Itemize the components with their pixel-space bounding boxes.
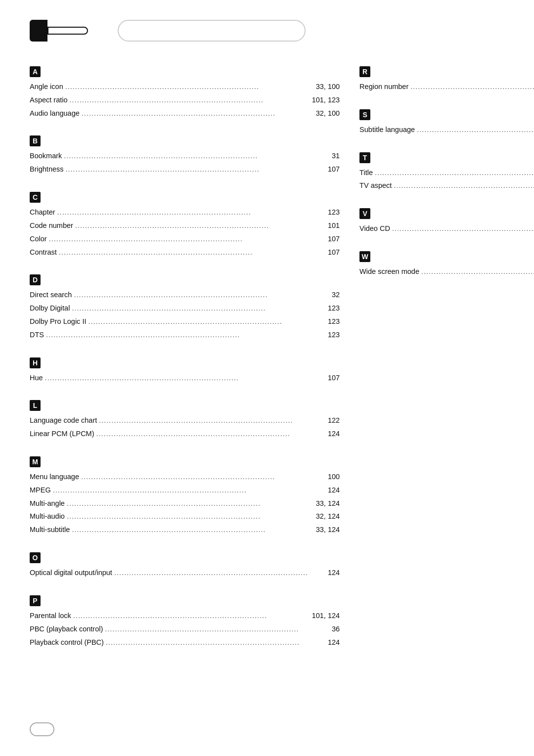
section-letter: M xyxy=(30,456,41,467)
entry-name: Title xyxy=(359,166,373,179)
index-entry: Aspect ratio............................… xyxy=(30,93,340,107)
page-title xyxy=(47,27,88,35)
entry-name: Code number xyxy=(30,219,73,232)
index-entry: Wide screen mode........................… xyxy=(359,265,534,278)
entry-dots: ........................................… xyxy=(66,163,309,176)
index-entry: Audio language..........................… xyxy=(30,107,340,120)
section-a: AAngle icon.............................… xyxy=(30,66,340,120)
section-letter: C xyxy=(30,192,41,203)
section-letter: H xyxy=(30,357,41,368)
index-entry: Parental lock...........................… xyxy=(30,609,340,623)
section-entries: Optical digital output/input............… xyxy=(30,566,340,579)
entry-page: 124 xyxy=(310,484,340,497)
section-letter: S xyxy=(359,109,370,120)
section-letter: O xyxy=(30,552,41,563)
section-h: HHue....................................… xyxy=(30,357,340,385)
entry-dots: ........................................… xyxy=(65,80,308,93)
entry-page: 122 xyxy=(310,414,340,427)
entry-name: Parental lock xyxy=(30,609,71,623)
entry-dots: ........................................… xyxy=(394,179,534,192)
entry-name: Video CD xyxy=(359,222,390,235)
index-entry: Chapter.................................… xyxy=(30,206,340,219)
entry-page: 123 xyxy=(310,315,340,328)
header-right-box xyxy=(118,20,306,42)
index-entry: Title...................................… xyxy=(359,166,534,179)
entry-dots: ........................................… xyxy=(67,497,308,510)
entry-name: Menu language xyxy=(30,470,79,484)
section-w: WWide screen mode.......................… xyxy=(359,251,534,278)
index-entry: Angle icon..............................… xyxy=(30,80,340,93)
entry-dots: ........................................… xyxy=(105,623,308,636)
entry-page: 107 xyxy=(310,232,340,246)
section-entries: Chapter.................................… xyxy=(30,206,340,259)
section-letter: P xyxy=(30,595,41,606)
entry-name: Hue xyxy=(30,371,43,385)
index-entry: DTS.....................................… xyxy=(30,328,340,342)
entry-name: Direct search xyxy=(30,288,72,302)
index-entry: Region number...........................… xyxy=(359,80,534,93)
entry-dots: ........................................… xyxy=(106,636,308,649)
index-entry: Brightness..............................… xyxy=(30,163,340,176)
index-entry: Dolby Digital...........................… xyxy=(30,302,340,315)
index-entry: Bookmark................................… xyxy=(30,149,340,163)
section-m: MMenu language..........................… xyxy=(30,456,340,536)
entry-page: 124 xyxy=(310,566,340,579)
entry-page: 33, 100 xyxy=(310,80,340,93)
entry-dots: ........................................… xyxy=(53,484,308,497)
entry-name: Aspect ratio xyxy=(30,93,68,107)
index-entry: Playback control (PBC)..................… xyxy=(30,636,340,649)
index-content: AAngle icon.............................… xyxy=(30,66,504,665)
entry-name: Language code chart xyxy=(30,414,97,427)
entry-page: 123 xyxy=(310,302,340,315)
index-entry: Dolby Pro Logic II......................… xyxy=(30,315,340,328)
entry-page: 36 xyxy=(310,623,340,636)
entry-name: MPEG xyxy=(30,484,51,497)
index-entry: Direct search...........................… xyxy=(30,288,340,302)
entry-dots: ........................................… xyxy=(88,315,308,328)
entry-dots: ........................................… xyxy=(82,107,308,120)
section-b: BBookmark...............................… xyxy=(30,135,340,176)
entry-name: Region number xyxy=(359,80,408,93)
section-entries: Subtitle language.......................… xyxy=(359,123,534,136)
section-entries: Title...................................… xyxy=(359,166,534,193)
index-entry: Contrast................................… xyxy=(30,246,340,259)
section-t: TTitle..................................… xyxy=(359,152,534,193)
section-entries: Wide screen mode........................… xyxy=(359,265,534,278)
entry-dots: ........................................… xyxy=(410,80,534,93)
section-r: RRegion number..........................… xyxy=(359,66,534,93)
title-area xyxy=(30,20,88,42)
entry-name: Color xyxy=(30,232,47,246)
entry-page: 32, 124 xyxy=(310,510,340,523)
section-entries: Video CD................................… xyxy=(359,222,534,235)
entry-dots: ........................................… xyxy=(375,166,534,179)
index-entry: Menu language...........................… xyxy=(30,470,340,484)
entry-dots: ........................................… xyxy=(57,206,309,219)
entry-dots: ........................................… xyxy=(72,523,308,536)
entry-name: DTS xyxy=(30,328,44,342)
entry-name: Multi-subtitle xyxy=(30,523,70,536)
index-entry: MPEG....................................… xyxy=(30,484,340,497)
index-entry: Hue.....................................… xyxy=(30,371,340,385)
entry-dots: ........................................… xyxy=(114,566,308,579)
entry-page: 123 xyxy=(310,206,340,219)
index-entry: Code number.............................… xyxy=(30,219,340,232)
index-entry: Multi-angle.............................… xyxy=(30,497,340,510)
entry-dots: ........................................… xyxy=(74,288,308,302)
entry-page: 32, 100 xyxy=(310,107,340,120)
entry-name: Optical digital output/input xyxy=(30,566,112,579)
entry-dots: ........................................… xyxy=(45,371,308,385)
entry-name: Linear PCM (LPCM) xyxy=(30,427,94,441)
entry-page: 107 xyxy=(310,163,340,176)
entry-name: PBC (playback control) xyxy=(30,623,103,636)
entry-name: Multi-angle xyxy=(30,497,65,510)
section-c: CChapter................................… xyxy=(30,192,340,259)
section-entries: Menu language...........................… xyxy=(30,470,340,536)
entry-dots: ........................................… xyxy=(70,93,309,107)
index-entry: Subtitle language.......................… xyxy=(359,123,534,136)
entry-dots: ........................................… xyxy=(72,302,308,315)
section-entries: Hue.....................................… xyxy=(30,371,340,385)
section-letter: R xyxy=(359,66,370,77)
section-letter: W xyxy=(359,251,370,262)
page-header xyxy=(30,20,504,42)
entry-dots: ........................................… xyxy=(49,232,308,246)
